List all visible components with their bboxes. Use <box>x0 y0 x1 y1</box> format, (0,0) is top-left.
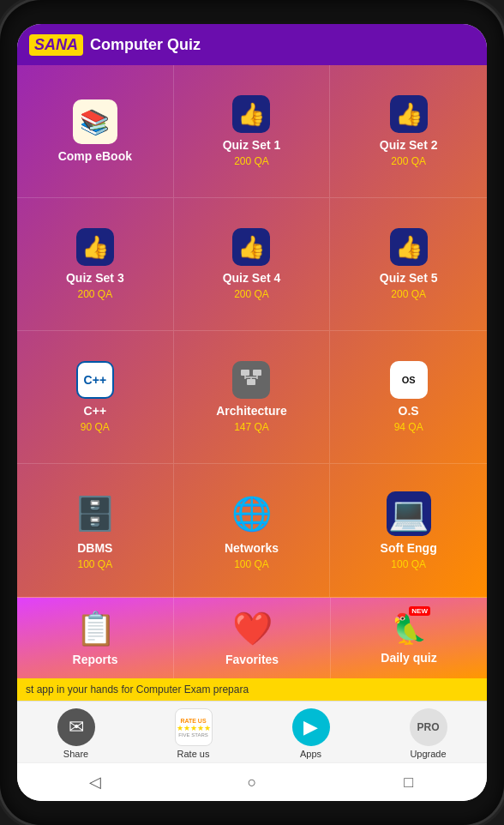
back-button[interactable]: ◁ <box>81 768 109 796</box>
cell-quiz-set-5[interactable]: 👍 Quiz Set 5 200 QA <box>330 198 487 330</box>
quiz-set-4-label: Quiz Set 4 <box>223 271 281 285</box>
ticker-bar: st app in your hands for Computer Exam p… <box>17 678 487 701</box>
ticker-text: st app in your hands for Computer Exam p… <box>26 683 249 696</box>
os-sub: 94 QA <box>394 421 423 433</box>
cell-soft-engg[interactable]: 💻 Soft Engg 100 QA <box>330 464 487 597</box>
quiz-set-1-icon: 👍 <box>232 95 270 133</box>
cell-quiz-set-3[interactable]: 👍 Quiz Set 3 200 QA <box>17 198 174 330</box>
apps-icon: ▶ <box>292 708 330 746</box>
cell-daily-quiz[interactable]: 🦜 NEW Daily quiz <box>331 598 487 678</box>
cpp-sub: 90 QA <box>81 421 110 433</box>
quiz-set-4-icon: 👍 <box>232 228 270 266</box>
bottom-navigation: ✉ Share RATE US ★★★★★ FIVE STARS Rate us… <box>17 701 487 762</box>
quiz-set-3-icon: 👍 <box>76 228 114 266</box>
soft-engg-sub: 100 QA <box>391 558 426 570</box>
pro-badge: PRO <box>417 721 439 733</box>
architecture-sub: 147 QA <box>234 421 269 433</box>
extras-row: 📋 Reports ❤️ Favorites 🦜 NEW Daily quiz <box>17 597 487 678</box>
share-icon: ✉ <box>57 708 95 746</box>
quiz-set-2-icon: 👍 <box>390 95 428 133</box>
comp-ebook-label: Comp eBook <box>58 149 132 163</box>
daily-quiz-icon-wrap: 🦜 NEW <box>391 611 427 646</box>
os-icon: OS <box>390 361 428 399</box>
dbms-sub: 100 QA <box>77 558 112 570</box>
grid-row-2: 👍 Quiz Set 3 200 QA 👍 Quiz Set 4 200 QA … <box>17 198 487 331</box>
cell-architecture[interactable]: Architecture 147 QA <box>174 331 331 463</box>
recent-button[interactable]: □ <box>395 768 423 796</box>
quiz-set-1-sub: 200 QA <box>234 155 269 167</box>
cell-os[interactable]: OS O.S 94 QA <box>330 331 487 463</box>
architecture-label: Architecture <box>216 404 286 418</box>
quiz-set-3-label: Quiz Set 3 <box>66 271 124 285</box>
upgrade-label: Upgrade <box>410 749 446 759</box>
quiz-set-5-icon: 👍 <box>390 228 428 266</box>
cell-dbms[interactable]: 🗄️ DBMS 100 QA <box>17 464 174 597</box>
cell-quiz-set-1[interactable]: 👍 Quiz Set 1 200 QA <box>174 65 331 197</box>
upgrade-icon: PRO <box>410 708 447 746</box>
cell-comp-ebook[interactable]: 📚 Comp eBook <box>17 65 174 197</box>
new-badge: NEW <box>409 606 430 616</box>
os-label: O.S <box>399 404 419 418</box>
quiz-set-2-sub: 200 QA <box>391 155 426 167</box>
cell-networks[interactable]: 🌐 Networks 100 QA <box>174 464 331 597</box>
screen: SANA Computer Quiz 📚 Comp eBook 👍 Quiz S… <box>17 24 487 801</box>
daily-quiz-icon: 🦜 <box>391 612 427 645</box>
networks-sub: 100 QA <box>234 558 269 570</box>
app-title: Computer Quiz <box>90 36 201 54</box>
nav-share[interactable]: ✉ Share <box>17 708 135 759</box>
grid-row-3: C++ C++ 90 QA <box>17 331 487 464</box>
favorites-icon: ❤️ <box>232 610 273 647</box>
dbms-label: DBMS <box>77 541 112 555</box>
cell-quiz-set-4[interactable]: 👍 Quiz Set 4 200 QA <box>174 198 331 330</box>
soft-engg-label: Soft Engg <box>381 541 437 555</box>
svg-rect-1 <box>253 370 261 376</box>
cell-favorites[interactable]: ❤️ Favorites <box>174 598 331 678</box>
quiz-set-5-sub: 200 QA <box>391 288 426 300</box>
nav-upgrade[interactable]: PRO Upgrade <box>369 708 487 759</box>
soft-engg-icon: 💻 <box>387 491 431 536</box>
cell-reports[interactable]: 📋 Reports <box>17 598 174 678</box>
quiz-set-1-label: Quiz Set 1 <box>223 138 281 152</box>
dbms-icon: 🗄️ <box>73 491 117 536</box>
grid-row-4: 🗄️ DBMS 100 QA 🌐 Networks 100 QA 💻 Soft … <box>17 464 487 597</box>
cpp-icon: C++ <box>76 361 114 399</box>
svg-rect-2 <box>247 379 255 385</box>
main-grid: 📚 Comp eBook 👍 Quiz Set 1 200 QA 👍 Quiz … <box>17 65 487 597</box>
rate-label: Rate us <box>177 749 210 759</box>
nav-apps[interactable]: ▶ Apps <box>252 708 369 759</box>
home-button[interactable]: ○ <box>238 768 266 796</box>
networks-label: Networks <box>225 541 279 555</box>
share-label: Share <box>63 749 88 759</box>
favorites-label: Favorites <box>225 653 279 666</box>
quiz-set-4-sub: 200 QA <box>234 288 269 300</box>
rate-icon: RATE US ★★★★★ FIVE STARS <box>175 708 213 746</box>
quiz-set-2-label: Quiz Set 2 <box>380 138 438 152</box>
networks-icon: 🌐 <box>229 491 273 536</box>
apps-label: Apps <box>300 749 321 759</box>
app-header: SANA Computer Quiz <box>17 24 487 65</box>
grid-row-1: 📚 Comp eBook 👍 Quiz Set 1 200 QA 👍 Quiz … <box>17 65 487 198</box>
quiz-set-3-sub: 200 QA <box>77 288 112 300</box>
reports-icon: 📋 <box>75 610 116 647</box>
daily-quiz-label: Daily quiz <box>381 651 436 665</box>
android-navbar: ◁ ○ □ <box>17 762 487 801</box>
reports-label: Reports <box>73 653 118 666</box>
architecture-icon <box>232 361 270 399</box>
cell-quiz-set-2[interactable]: 👍 Quiz Set 2 200 QA <box>330 65 487 197</box>
quiz-set-5-label: Quiz Set 5 <box>380 271 438 285</box>
nav-rate[interactable]: RATE US ★★★★★ FIVE STARS Rate us <box>135 708 252 759</box>
svg-rect-0 <box>241 370 249 376</box>
comp-ebook-icon: 📚 <box>73 99 117 144</box>
cpp-label: C++ <box>84 404 106 418</box>
device-frame: SANA Computer Quiz 📚 Comp eBook 👍 Quiz S… <box>0 0 504 825</box>
app-logo: SANA <box>29 34 83 56</box>
cell-cpp[interactable]: C++ C++ 90 QA <box>17 331 174 463</box>
